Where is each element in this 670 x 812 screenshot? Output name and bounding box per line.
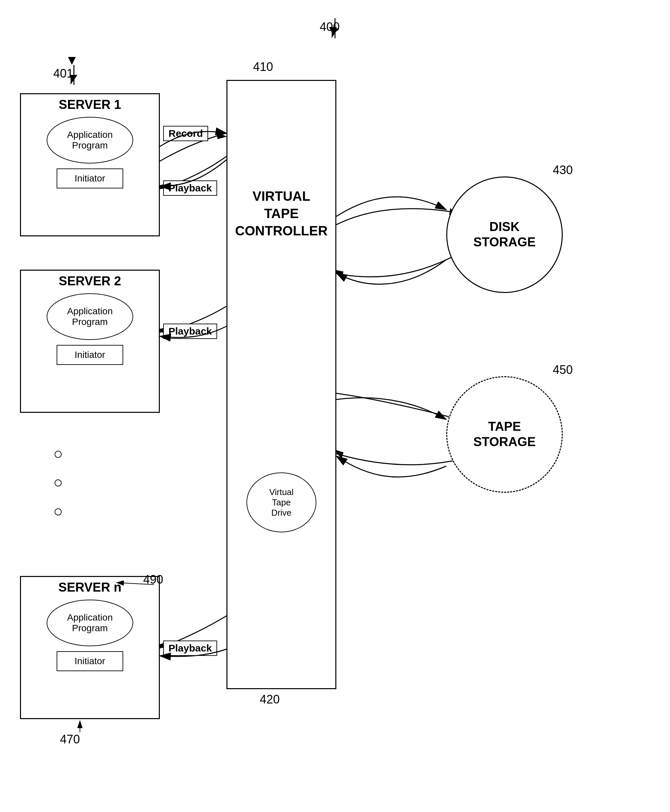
- playback3-label: Playback: [163, 641, 217, 656]
- record-label: Record: [163, 126, 208, 141]
- servern-initiator: Initiator: [57, 651, 123, 671]
- playback2-label: Playback: [163, 324, 217, 339]
- tape-storage: TAPESTORAGE: [446, 376, 563, 493]
- server2-app-program: ApplicationProgram: [47, 293, 133, 340]
- vtc-label: VIRTUALTAPECONTROLLER: [227, 187, 335, 240]
- ref-430-label: 430: [553, 163, 573, 177]
- server1-app-program: ApplicationProgram: [47, 117, 133, 164]
- ref-420-label: 420: [260, 692, 280, 706]
- arrow-401: ▼: [65, 52, 79, 68]
- diagram-container: 400 401 ▼ ▼ SERVER 1 ApplicationProgram …: [0, 0, 670, 812]
- servern-box: SERVER n ApplicationProgram Initiator: [20, 576, 160, 719]
- ref-450-label: 450: [553, 363, 573, 377]
- virtual-tape-drive: VirtualTapeDrive: [246, 473, 316, 532]
- server1-title: SERVER 1: [21, 94, 159, 113]
- arrow-400: ▼: [327, 23, 340, 38]
- server1-initiator: Initiator: [57, 169, 123, 188]
- servern-app-program: ApplicationProgram: [47, 599, 133, 646]
- dots-group: ○○○: [53, 439, 63, 526]
- ref-410-label: 410: [253, 60, 273, 74]
- server1-box: SERVER 1 ApplicationProgram Initiator: [20, 93, 160, 236]
- server2-box: SERVER 2 ApplicationProgram Initiator: [20, 270, 160, 413]
- vtc-box: VIRTUALTAPECONTROLLER VirtualTapeDrive: [227, 80, 336, 689]
- playback1-label: Playback: [163, 181, 217, 196]
- ref-470-label: 470: [60, 733, 80, 746]
- disk-storage: DISKSTORAGE: [446, 176, 563, 293]
- server2-title: SERVER 2: [21, 271, 159, 290]
- ref-401-label: 401: [53, 67, 73, 81]
- server2-initiator: Initiator: [57, 345, 123, 365]
- servern-title: SERVER n: [21, 577, 159, 596]
- ref-490-label: 490: [143, 572, 163, 587]
